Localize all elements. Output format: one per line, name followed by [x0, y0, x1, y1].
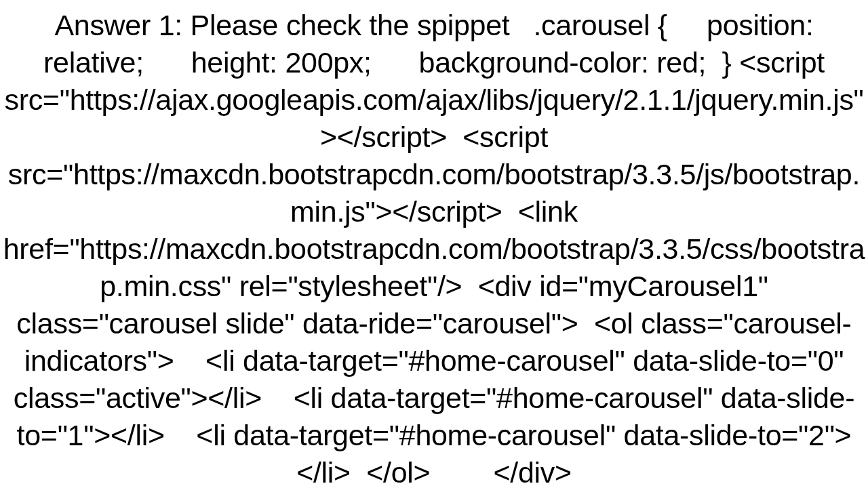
answer-code-snippet: Answer 1: Please check the spippet .caro…: [0, 0, 868, 488]
